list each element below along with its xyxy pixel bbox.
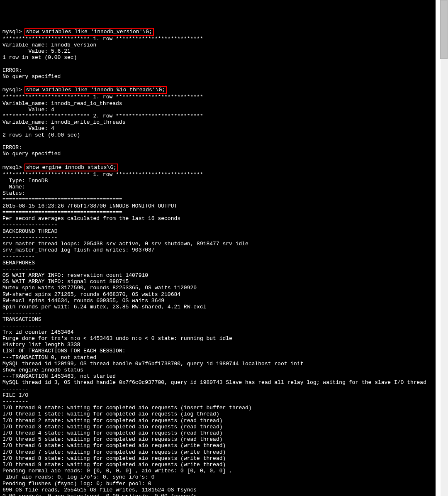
output-block-1: *************************** 1. row *****… (2, 36, 203, 80)
scrollbar-thumb[interactable] (440, 6, 448, 59)
highlighted-command-2: show variables like 'innodb_%io_threads'… (24, 86, 167, 94)
highlighted-command-3: show engine innodb status\G; (24, 164, 118, 171)
terminal-output[interactable]: mysql> show variables like 'innodb_versi… (0, 25, 436, 496)
output-block-3: *************************** 1. row *****… (2, 171, 426, 496)
output-block-2: *************************** 1. row *****… (2, 94, 203, 157)
mysql-prompt: mysql> (2, 164, 25, 171)
page-margin (436, 6, 441, 496)
mysql-prompt: mysql> (2, 87, 25, 93)
highlighted-command-1: show variables like 'innodb_version'\G; (24, 28, 154, 36)
mysql-prompt: mysql> (2, 29, 25, 35)
scrollbar-track[interactable] (441, 6, 448, 496)
